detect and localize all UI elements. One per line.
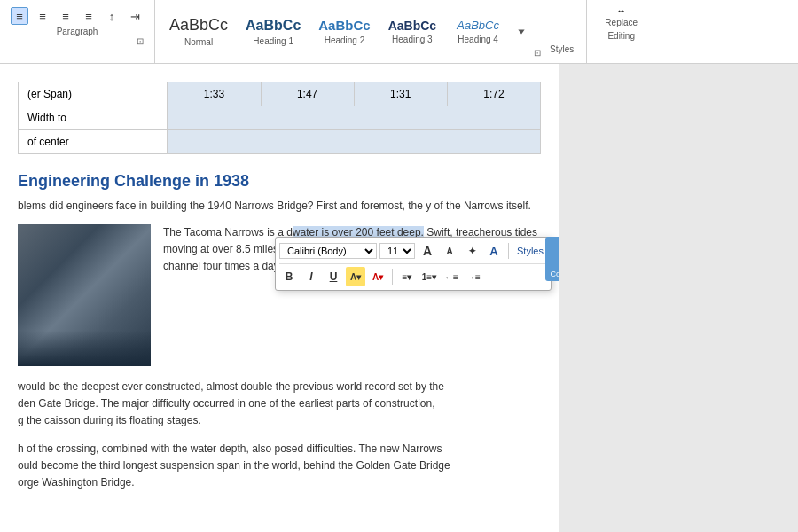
style-h4-label: Heading 4 (458, 35, 498, 44)
align-left-button[interactable]: ≡ (11, 7, 28, 25)
mini-toolbar-row1: Calibri (Body) 11 A A ✦ A Styles (279, 241, 547, 264)
toolbar-separator2 (392, 269, 393, 285)
indent-increase-button[interactable]: →≡ (464, 267, 483, 286)
style-normal-label: Normal (184, 37, 213, 47)
document-area[interactable]: (er Span) 1:33 1:47 1:31 1:72 Width to o… (0, 64, 559, 532)
paragraph-expand-icon[interactable]: ⊡ (137, 36, 144, 46)
text-effects-button[interactable]: A (484, 241, 504, 261)
style-heading4[interactable]: AaBbCc Heading 4 (447, 17, 509, 46)
indent-decrease-button[interactable]: ←≡ (442, 267, 461, 286)
table-cell-label2: Width to (19, 106, 168, 130)
mini-toolbar: Calibri (Body) 11 A A ✦ A Styles B I U A… (275, 237, 552, 291)
clear-format-button[interactable]: ✦ (462, 241, 481, 261)
table-cell-merged (168, 106, 541, 130)
style-heading2[interactable]: AaBbCc Heading 2 (311, 16, 377, 47)
editing-label: Editing (607, 31, 635, 41)
toolbar-separator1 (508, 243, 509, 259)
new-comment-label: NewComment (550, 260, 559, 279)
indent-button[interactable]: ⇥ (126, 7, 144, 25)
table-cell-1-3: 1:47 (261, 82, 354, 106)
data-table: (er Span) 1:33 1:47 1:31 1:72 Width to o… (18, 82, 541, 154)
font-shrink-button[interactable]: A (440, 241, 459, 261)
line-spacing-button[interactable]: ↕ (103, 7, 121, 25)
numbering-button[interactable]: 1≡▾ (419, 267, 439, 286)
style-h1-label: Heading 1 (253, 36, 293, 46)
style-normal-sample: AaBbCc (169, 16, 228, 35)
style-h3-sample: AaBbCc (388, 19, 436, 34)
styles-section: AaBbCc Normal AaBbCc Heading 1 AaBbCc He… (155, 0, 587, 63)
style-heading1[interactable]: AaBbCc Heading 1 (239, 15, 308, 47)
styles-expand-icon[interactable]: ⊡ (534, 48, 541, 58)
bridge-image (18, 224, 151, 366)
table-cell-1-5: 1:72 (447, 82, 540, 106)
mini-toolbar-row2: B I U A▾ A▾ ≡▾ 1≡▾ ←≡ →≡ (279, 267, 547, 286)
replace-label: Replace (605, 18, 638, 27)
underline-button[interactable]: U (324, 267, 343, 286)
style-h1-sample: AaBbCc (246, 17, 301, 34)
replace-button[interactable]: ↔ Replace (598, 4, 645, 29)
bridge-photo (18, 224, 151, 366)
table-cell-1-2: 1:33 (168, 82, 261, 106)
table-cell-merged2 (168, 130, 541, 154)
body-text-before: The Tacoma Narrows is a d (163, 226, 293, 239)
paragraph-tools: ≡ ≡ ≡ ≡ ↕ ⇥ (11, 7, 144, 25)
ribbon: ≡ ≡ ≡ ≡ ↕ ⇥ Paragraph ⊡ AaBbCc Normal Aa… (0, 0, 798, 64)
article-footer2: h of the crossing, combined with the wat… (18, 441, 541, 492)
style-h3-label: Heading 3 (392, 35, 433, 44)
font-size-selector[interactable]: 11 (379, 243, 415, 259)
sidebar (559, 64, 798, 532)
content-area: (er Span) 1:33 1:47 1:31 1:72 Width to o… (0, 64, 798, 532)
styles-label: Styles (544, 43, 579, 56)
align-justify-button[interactable]: ≡ (80, 7, 98, 25)
style-heading3[interactable]: AaBbCc Heading 3 (381, 17, 443, 47)
styles-mini-button[interactable]: Styles (513, 245, 547, 257)
font-selector[interactable]: Calibri (Body) (279, 243, 377, 259)
styles-dropdown-button[interactable] (512, 23, 530, 41)
bullets-button[interactable]: ≡▾ (397, 267, 417, 286)
article-title: Engineering Challenge in 1938 (18, 172, 541, 191)
style-h4-sample: AaBbCc (457, 19, 499, 33)
replace-icon: ↔ (616, 5, 626, 16)
style-normal[interactable]: AaBbCc Normal (162, 14, 235, 49)
font-color-button[interactable]: A▾ (368, 267, 387, 286)
align-center-button[interactable]: ≡ (34, 7, 51, 25)
table-cell-label3: of center (19, 130, 168, 154)
paragraph-section: ≡ ≡ ≡ ≡ ↕ ⇥ Paragraph ⊡ (0, 0, 155, 63)
style-h2-label: Heading 2 (325, 35, 365, 45)
new-comment-button[interactable]: 🗨 NewComment (545, 237, 559, 281)
highlight-button[interactable]: A▾ (346, 267, 365, 286)
align-right-button[interactable]: ≡ (57, 7, 74, 25)
table-cell-1-4: 1:31 (354, 82, 447, 106)
editing-section: ↔ Replace Editing (587, 0, 655, 63)
font-grow-button[interactable]: A (418, 241, 437, 261)
italic-button[interactable]: I (301, 267, 321, 286)
style-h2-sample: AaBbCc (318, 18, 370, 34)
editing-tools: ↔ Replace (598, 4, 645, 29)
article-footer1: would be the deepest ever constructed, a… (18, 379, 541, 430)
table-cell-label1: (er Span) (19, 82, 168, 106)
bold-button[interactable]: B (279, 267, 299, 286)
paragraph-label: Paragraph (57, 27, 98, 36)
article-intro: blems did engineers face in building the… (18, 200, 541, 212)
